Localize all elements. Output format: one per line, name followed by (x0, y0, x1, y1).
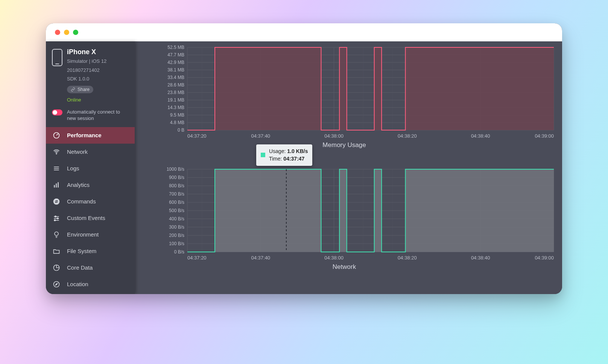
app-window: iPhone X Simulator | iOS 12 201807271402… (46, 23, 562, 294)
share-label: Share (78, 87, 90, 92)
folder-icon (53, 247, 60, 255)
device-phone-icon (52, 49, 62, 66)
network-chart: 0 B/s100 B/s200 B/s300 B/s400 B/s500 B/s… (159, 165, 554, 262)
memory-svg[interactable]: 0 B4.8 MB9.5 MB14.3 MB19.1 MB23.8 MB28.6… (159, 44, 556, 141)
svg-text:23.8 MB: 23.8 MB (167, 90, 184, 95)
svg-text:900 B/s: 900 B/s (169, 175, 184, 180)
svg-text:1000 B/s: 1000 B/s (167, 167, 184, 172)
svg-rect-7 (58, 182, 59, 187)
sidebar-item-label: Analytics (67, 182, 90, 188)
svg-text:52.5 MB: 52.5 MB (167, 45, 184, 50)
share-button[interactable]: Share (67, 86, 93, 93)
tooltip-swatch (261, 153, 265, 157)
sidebar-item-logs[interactable]: Logs (46, 160, 135, 177)
svg-point-8 (53, 198, 60, 205)
svg-text:04:37:20: 04:37:20 (187, 255, 207, 261)
sidebar-item-core-data[interactable]: Core Data (46, 259, 135, 276)
sidebar-item-performance[interactable]: Performance (46, 127, 135, 144)
sidebar-item-commands[interactable]: Commands (46, 193, 135, 210)
svg-text:28.6 MB: 28.6 MB (167, 82, 184, 88)
window-zoom-button[interactable] (73, 30, 78, 35)
svg-text:04:38:20: 04:38:20 (398, 255, 417, 261)
svg-point-15 (55, 232, 58, 235)
sliders-icon (53, 214, 60, 222)
tooltip-time-value: 04:37:47 (283, 156, 304, 162)
svg-text:500 B/s: 500 B/s (169, 208, 184, 213)
svg-text:4.8 MB: 4.8 MB (170, 120, 184, 125)
sidebar-item-label: Location (67, 281, 88, 287)
main-panel: 0 B4.8 MB9.5 MB14.3 MB19.1 MB23.8 MB28.6… (135, 41, 562, 294)
svg-text:700 B/s: 700 B/s (169, 191, 184, 197)
device-subtitle: Simulator | iOS 12 (67, 58, 106, 65)
tooltip-usage-label: Usage: (269, 148, 286, 154)
auto-connect-label: Automatically connect to new session (67, 109, 129, 122)
sidebar-item-label: Performance (67, 132, 102, 138)
memory-chart-title: Memory Usage (135, 141, 554, 149)
window-close-button[interactable] (55, 30, 60, 35)
sidebar-item-custom-events[interactable]: Custom Events (46, 210, 135, 226)
sidebar: iPhone X Simulator | iOS 12 201807271402… (46, 41, 135, 294)
sidebar-item-label: Custom Events (67, 215, 105, 221)
sidebar-item-environment[interactable]: Environment (46, 226, 135, 243)
svg-text:42.9 MB: 42.9 MB (167, 60, 184, 65)
swap-icon (53, 198, 60, 205)
svg-text:200 B/s: 200 B/s (169, 233, 184, 238)
bulb-icon (53, 231, 60, 238)
svg-point-10 (55, 216, 56, 217)
svg-text:300 B/s: 300 B/s (169, 224, 184, 230)
svg-text:04:38:00: 04:38:00 (324, 255, 344, 261)
svg-text:04:37:40: 04:37:40 (251, 255, 270, 261)
sidebar-item-location[interactable]: Location (46, 276, 135, 293)
device-build: 201807271402 (67, 67, 106, 74)
chart-tooltip: Usage: 1.0 KB/s Time: 04:37:47 (256, 144, 313, 166)
tooltip-time-label: Time: (269, 156, 282, 162)
svg-text:47.7 MB: 47.7 MB (167, 52, 184, 58)
sidebar-item-network[interactable]: Network (46, 144, 135, 160)
svg-text:04:39:00: 04:39:00 (535, 255, 554, 261)
svg-text:04:38:00: 04:38:00 (324, 133, 344, 139)
svg-marker-18 (56, 283, 58, 285)
auto-connect-toggle[interactable] (52, 109, 62, 115)
device-sdk: SDK 1.0.0 (67, 75, 106, 83)
svg-text:9.5 MB: 9.5 MB (170, 112, 184, 118)
svg-text:100 B/s: 100 B/s (169, 241, 184, 246)
gauge-icon (53, 132, 60, 139)
svg-text:14.3 MB: 14.3 MB (167, 105, 184, 110)
sidebar-item-label: File System (67, 248, 96, 254)
device-name: iPhone X (67, 48, 106, 56)
svg-text:04:37:20: 04:37:20 (187, 133, 207, 139)
link-icon (71, 87, 75, 92)
wifi-icon (53, 148, 60, 156)
sidebar-item-label: Environment (67, 231, 99, 238)
svg-text:33.4 MB: 33.4 MB (167, 75, 184, 80)
compass-icon (53, 281, 60, 288)
svg-text:38.1 MB: 38.1 MB (167, 67, 184, 73)
network-svg[interactable]: 0 B/s100 B/s200 B/s300 B/s400 B/s500 B/s… (159, 165, 556, 262)
lines-icon (53, 165, 60, 172)
sidebar-item-notification-center[interactable]: Notification Center (46, 293, 135, 294)
sidebar-item-label: Network (67, 149, 88, 155)
svg-rect-5 (54, 185, 55, 188)
sidebar-item-label: Core Data (67, 264, 93, 271)
device-status: Online (67, 97, 106, 103)
memory-chart: 0 B4.8 MB9.5 MB14.3 MB19.1 MB23.8 MB28.6… (159, 44, 554, 141)
sidebar-item-file-system[interactable]: File System (46, 243, 135, 259)
svg-text:04:38:20: 04:38:20 (398, 133, 417, 139)
device-header: iPhone X Simulator | iOS 12 201807271402… (46, 41, 135, 108)
svg-text:400 B/s: 400 B/s (169, 216, 184, 221)
svg-point-14 (54, 220, 55, 221)
tooltip-usage-value: 1.0 KB/s (287, 148, 308, 154)
svg-point-12 (57, 218, 58, 219)
svg-text:19.1 MB: 19.1 MB (167, 97, 184, 103)
svg-text:04:37:40: 04:37:40 (251, 133, 270, 139)
window-minimize-button[interactable] (64, 30, 69, 35)
bars-icon (53, 181, 60, 189)
svg-text:04:38:40: 04:38:40 (471, 133, 490, 139)
sidebar-item-analytics[interactable]: Analytics (46, 177, 135, 193)
sidebar-item-label: Logs (67, 165, 79, 171)
sidebar-nav: PerformanceNetworkLogsAnalyticsCommandsC… (46, 127, 135, 294)
piechart-icon (53, 264, 60, 271)
svg-text:600 B/s: 600 B/s (169, 200, 184, 205)
window-titlebar (46, 23, 562, 41)
svg-text:04:38:40: 04:38:40 (471, 255, 490, 261)
